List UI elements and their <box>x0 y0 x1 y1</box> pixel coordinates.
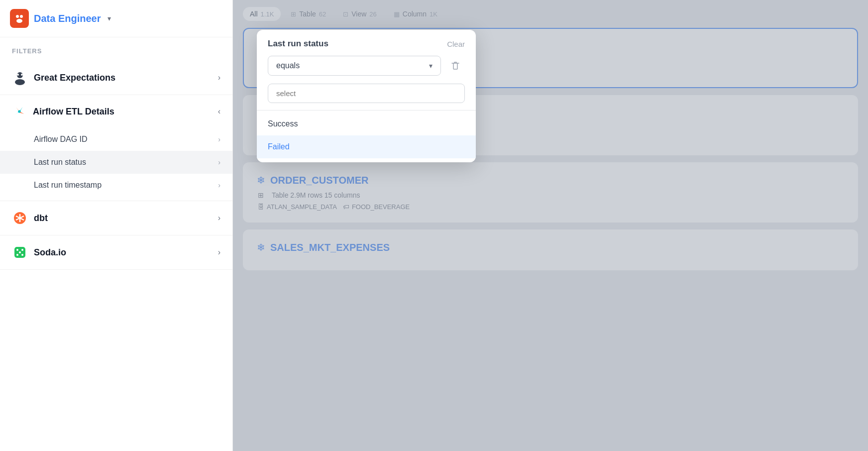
brand-chevron: ▾ <box>108 14 111 22</box>
ge-title: Great Expectations <box>34 73 212 83</box>
svg-point-13 <box>16 249 18 251</box>
dbt-icon <box>12 210 28 226</box>
svg-point-0 <box>16 15 19 18</box>
brand-icon <box>10 9 29 28</box>
popup-clear-button[interactable]: Clear <box>447 40 465 48</box>
operator-chevron: ▾ <box>429 62 433 70</box>
popup-header: Last run status Clear <box>257 30 476 56</box>
brand-title: Data Engineer <box>34 13 101 24</box>
last-run-timestamp-chevron: › <box>218 181 220 189</box>
operator-select[interactable]: equals ▾ <box>268 56 441 76</box>
option-success[interactable]: Success <box>257 113 476 135</box>
dbt-chevron: › <box>218 214 220 223</box>
last-run-status-label: Last run status <box>34 158 86 167</box>
soda-chevron: › <box>218 248 220 257</box>
sub-item-dag-id[interactable]: Airflow DAG ID › <box>0 128 232 151</box>
main-content: All 1.1K ⊞ Table 62 ⊡ View 26 ▦ Column 1… <box>233 0 868 451</box>
svg-point-15 <box>16 254 18 256</box>
section-dbt-header[interactable]: dbt › <box>0 201 232 235</box>
option-failed[interactable]: Failed <box>257 135 476 158</box>
ge-chevron: › <box>218 73 220 82</box>
sub-item-last-run-status[interactable]: Last run status › <box>0 151 232 174</box>
ge-icon <box>12 70 28 86</box>
sub-item-last-run-timestamp[interactable]: Last run timestamp › <box>0 174 232 197</box>
last-run-status-popup: Last run status Clear equals ▾ Success F… <box>257 30 476 162</box>
dag-id-chevron: › <box>218 135 220 143</box>
section-great-expectations: Great Expectations › <box>0 61 232 95</box>
svg-point-5 <box>17 74 19 76</box>
delete-button[interactable] <box>446 56 465 75</box>
svg-point-4 <box>15 79 25 85</box>
svg-point-1 <box>20 15 23 18</box>
last-run-timestamp-label: Last run timestamp <box>34 181 102 190</box>
section-dbt: dbt › <box>0 201 232 235</box>
popup-title: Last run status <box>268 39 328 49</box>
section-soda-header[interactable]: Soda.io › <box>0 235 232 269</box>
option-success-label: Success <box>268 119 298 128</box>
svg-point-6 <box>21 74 23 76</box>
sidebar: Data Engineer ▾ FILTERS Great Expectatio… <box>0 0 233 451</box>
operator-value: equals <box>276 61 300 70</box>
option-failed-label: Failed <box>268 142 290 151</box>
airflow-sub-items: Airflow DAG ID › Last run status › Last … <box>0 128 232 201</box>
dag-id-label: Airflow DAG ID <box>34 135 88 144</box>
popup-search-input[interactable] <box>268 84 465 103</box>
section-soda: Soda.io › <box>0 235 232 270</box>
airflow-chevron: ‹ <box>218 107 220 116</box>
popup-operator-row: equals ▾ <box>257 56 476 84</box>
popup-options: Success Failed <box>257 111 476 162</box>
filters-label: FILTERS <box>0 37 232 61</box>
sidebar-header: Data Engineer ▾ <box>0 0 232 37</box>
last-run-status-chevron: › <box>218 158 220 166</box>
svg-point-2 <box>16 19 22 23</box>
svg-point-16 <box>21 254 23 256</box>
dbt-title: dbt <box>34 213 212 224</box>
section-airflow: Airflow ETL Details ‹ Airflow DAG ID › L… <box>0 95 232 201</box>
soda-icon <box>12 244 28 260</box>
section-airflow-header[interactable]: Airflow ETL Details ‹ <box>0 95 232 128</box>
svg-point-17 <box>19 251 21 253</box>
soda-title: Soda.io <box>34 247 212 258</box>
svg-point-14 <box>21 249 23 251</box>
airflow-icon <box>12 104 27 119</box>
section-ge-header[interactable]: Great Expectations › <box>0 61 232 95</box>
airflow-title: Airflow ETL Details <box>33 107 212 117</box>
